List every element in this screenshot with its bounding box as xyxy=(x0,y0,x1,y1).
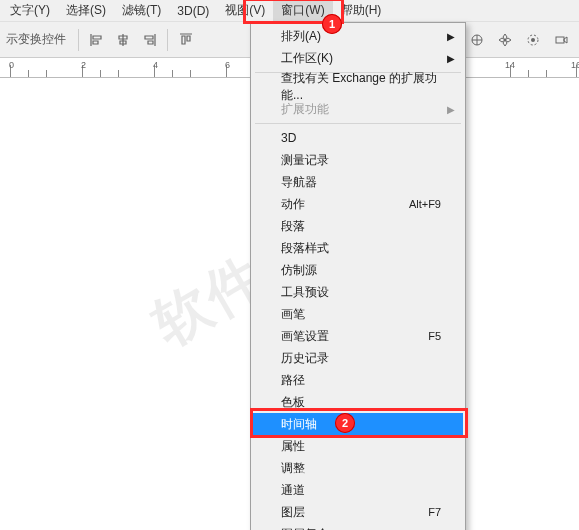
submenu-arrow-icon: ▶ xyxy=(447,53,455,64)
separator xyxy=(167,29,168,51)
align-left-icon[interactable] xyxy=(85,28,109,52)
menu-item-paragraph[interactable]: 段落 xyxy=(253,215,463,237)
transform-controls-label: 示变换控件 xyxy=(6,31,66,48)
menu-view[interactable]: 视图(V) xyxy=(217,0,273,21)
menu-item-layers[interactable]: 图层F7 xyxy=(253,501,463,523)
3d-mode-icon[interactable] xyxy=(465,28,489,52)
shortcut-label: F7 xyxy=(428,506,441,518)
menu-item-clone-source[interactable]: 仿制源 xyxy=(253,259,463,281)
menu-item-actions[interactable]: 动作Alt+F9 xyxy=(253,193,463,215)
menu-item-paragraph-styles[interactable]: 段落样式 xyxy=(253,237,463,259)
menu-item-navigator[interactable]: 导航器 xyxy=(253,171,463,193)
menu-item-paths[interactable]: 路径 xyxy=(253,369,463,391)
menu-item-workspace[interactable]: 工作区(K)▶ xyxy=(253,47,463,69)
3d-camera-icon[interactable] xyxy=(549,28,573,52)
menu-item-adjustments[interactable]: 调整 xyxy=(253,457,463,479)
menu-select[interactable]: 选择(S) xyxy=(58,0,114,21)
menu-item-extensions: 扩展功能▶ xyxy=(253,98,463,120)
menu-item-tool-presets[interactable]: 工具预设 xyxy=(253,281,463,303)
separator xyxy=(78,29,79,51)
shortcut-label: Alt+F9 xyxy=(409,198,441,210)
align-center-h-icon[interactable] xyxy=(111,28,135,52)
menu-3d[interactable]: 3D(D) xyxy=(169,2,217,20)
align-top-icon[interactable] xyxy=(174,28,198,52)
menu-item-3d[interactable]: 3D xyxy=(253,127,463,149)
menu-item-channels[interactable]: 通道 xyxy=(253,479,463,501)
menu-item-measurement[interactable]: 测量记录 xyxy=(253,149,463,171)
menubar: 文字(Y) 选择(S) 滤镜(T) 3D(D) 视图(V) 窗口(W) 帮助(H… xyxy=(0,0,579,22)
menu-item-layer-comps[interactable]: 图层复合 xyxy=(253,523,463,530)
svg-rect-3 xyxy=(556,37,564,43)
menu-item-swatches[interactable]: 色板 xyxy=(253,391,463,413)
svg-point-1 xyxy=(531,38,535,42)
3d-orbit-icon[interactable] xyxy=(493,28,517,52)
menu-item-timeline[interactable]: 时间轴 xyxy=(253,413,463,435)
menu-text[interactable]: 文字(Y) xyxy=(2,0,58,21)
window-menu-dropdown: 排列(A)▶ 工作区(K)▶ 查找有关 Exchange 的扩展功能... 扩展… xyxy=(250,22,466,530)
align-right-icon[interactable] xyxy=(137,28,161,52)
menu-item-exchange[interactable]: 查找有关 Exchange 的扩展功能... xyxy=(253,76,463,98)
submenu-arrow-icon: ▶ xyxy=(447,31,455,42)
menu-item-brush-settings[interactable]: 画笔设置F5 xyxy=(253,325,463,347)
menu-item-arrange[interactable]: 排列(A)▶ xyxy=(253,25,463,47)
menu-item-history[interactable]: 历史记录 xyxy=(253,347,463,369)
menu-filter[interactable]: 滤镜(T) xyxy=(114,0,169,21)
submenu-arrow-icon: ▶ xyxy=(447,104,455,115)
shortcut-label: F5 xyxy=(428,330,441,342)
annotation-badge-2: 2 xyxy=(335,413,355,433)
menu-item-properties[interactable]: 属性 xyxy=(253,435,463,457)
annotation-badge-1: 1 xyxy=(322,14,342,34)
menu-separator xyxy=(255,123,461,124)
3d-pan-icon[interactable] xyxy=(521,28,545,52)
menu-item-brushes[interactable]: 画笔 xyxy=(253,303,463,325)
menu-help[interactable]: 帮助(H) xyxy=(333,0,390,21)
